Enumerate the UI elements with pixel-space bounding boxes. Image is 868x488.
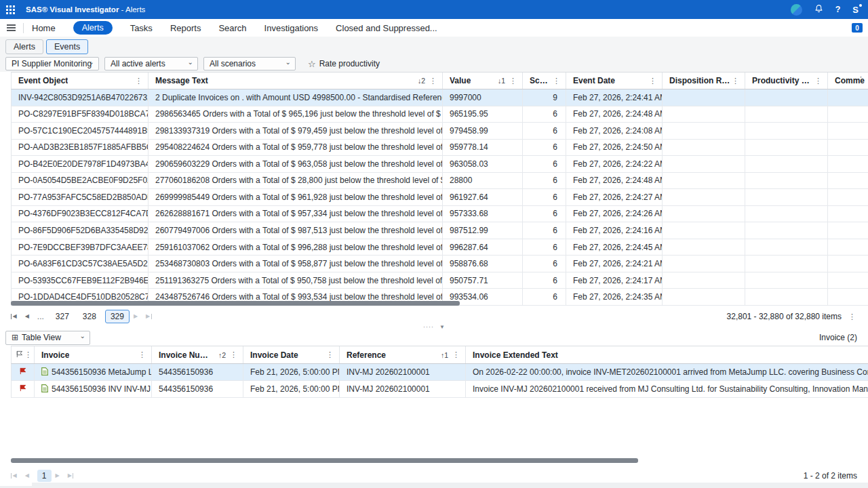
flagged-cell[interactable] — [12, 381, 35, 397]
chevron-down-icon: ⌄ — [285, 58, 291, 66]
column-menu-icon[interactable]: ⋮ — [451, 350, 461, 359]
divider — [23, 23, 24, 33]
column-header-invoice-date[interactable]: Invoice Date⋮ — [243, 346, 340, 363]
event-row[interactable]: PO-4376DF9023B3ECC812F4CA7D5326262888167… — [11, 206, 868, 223]
column-header-score[interactable]: Score⋮ — [523, 73, 566, 89]
event-row[interactable]: INV-942C8053D9251A6B470226732D2 Duplicat… — [11, 89, 868, 106]
nav-item-home[interactable]: Home — [32, 23, 56, 33]
column-menu-icon[interactable]: ⋮ — [325, 350, 335, 359]
column-menu-icon[interactable]: ⋮ — [428, 77, 438, 85]
column-menu-icon[interactable]: ⋮ — [551, 77, 561, 85]
table-cell: Feb 27, 2026, 2:24:08 AM — [566, 123, 663, 139]
event-row[interactable]: PO-6A83F61CD3C57C38AE5A5D2B4F25346873080… — [11, 256, 868, 272]
alert-filter-select[interactable]: All active alerts⌄ — [104, 57, 198, 70]
nav-item-alerts[interactable]: Alerts — [73, 21, 113, 35]
page-button-328[interactable]: 328 — [78, 310, 101, 323]
horizontal-scrollbar[interactable] — [11, 458, 638, 463]
panel-splitter[interactable]: ···· ▼ — [0, 324, 868, 329]
event-row[interactable]: PO-57C1C190EC2045757444891B9A29813393731… — [11, 123, 868, 140]
event-row[interactable]: PO-B42E0E20DE7978F1D4973BA42D29065960322… — [11, 156, 868, 173]
previous-page-button[interactable]: ◀ — [25, 473, 29, 479]
horizontal-scrollbar[interactable] — [11, 301, 460, 306]
current-page-button[interactable]: 329 — [105, 310, 130, 323]
event-row[interactable]: PO-53935CC67FEB9E112F2B946E6225119136327… — [11, 272, 868, 289]
table-cell: 6 — [523, 256, 566, 272]
scenario-filter-select[interactable]: All scenarios⌄ — [203, 57, 296, 70]
previous-page-button[interactable]: ◀ — [25, 314, 29, 319]
nav-item-closed-and-suppressed[interactable]: Closed and Suppressed... — [336, 23, 437, 33]
assistant-icon[interactable] — [791, 4, 802, 16]
nav-item-reports[interactable]: Reports — [170, 23, 201, 33]
column-header-disposition-reason[interactable]: Disposition Reason⋮ — [663, 73, 745, 89]
rate-productivity-button[interactable]: ☆Rate productivity — [308, 59, 380, 69]
column-header-flag[interactable]: ⋮ — [12, 346, 35, 363]
supplier-filter-select[interactable]: PI Supplier Monitoring⌄ — [5, 57, 99, 70]
notification-count-badge[interactable]: 0 — [852, 23, 863, 33]
column-header-invoice-extended-text[interactable]: Invoice Extended Text — [466, 346, 868, 363]
document-icon — [41, 367, 52, 378]
scenario-filter-value: All scenarios — [210, 59, 256, 68]
invoice-link-cell[interactable]: 544356150936 MetaJump LL... — [35, 364, 152, 380]
last-page-button[interactable]: ▶ — [68, 473, 74, 479]
first-page-button[interactable]: ◀ — [11, 473, 17, 479]
column-header-event-date[interactable]: Event Date⋮ — [566, 73, 663, 89]
page-ellipsis: ... — [37, 312, 44, 321]
table-cell: PO-53935CC67FEB9E112F2B946E62 — [12, 272, 149, 289]
tab-alerts[interactable]: Alerts — [5, 39, 43, 54]
column-menu-icon[interactable]: ⋮ — [229, 350, 239, 359]
table-cell: 251191363275 Orders with a Total of $ 95… — [149, 272, 443, 289]
column-header-productivity-rating[interactable]: Productivity Rating⋮ — [745, 73, 828, 89]
column-header-invoice-number[interactable]: Invoice Number↑2⋮ — [152, 346, 243, 363]
flagged-cell[interactable] — [12, 364, 35, 380]
current-page-button[interactable]: 1 — [37, 470, 52, 482]
column-header-invoice[interactable]: Invoice⋮ — [35, 346, 152, 363]
menu-icon[interactable] — [7, 24, 16, 31]
next-page-button[interactable]: ▶ — [134, 314, 138, 319]
column-header-value[interactable]: Value↓1⋮ — [443, 73, 523, 89]
column-header-reference[interactable]: Reference↑1⋮ — [340, 346, 466, 363]
column-menu-icon[interactable]: ⋮ — [134, 77, 144, 85]
tab-events[interactable]: Events — [46, 39, 88, 54]
invoice-row[interactable]: 544356150936 MetaJump LL...544356150936F… — [11, 364, 868, 381]
table-cell — [663, 239, 745, 256]
next-page-button[interactable]: ▶ — [56, 473, 60, 479]
page-button-327[interactable]: 327 — [51, 310, 74, 323]
chevron-down-icon: ⌄ — [80, 332, 85, 340]
invoice-row[interactable]: 544356150936 INV INV-MJ 2...544356150936… — [11, 381, 868, 398]
first-page-button[interactable]: ◀ — [11, 314, 17, 319]
notifications-bell-icon[interactable] — [814, 3, 823, 16]
table-view-select[interactable]: ⊞ Table View ⌄ — [5, 331, 90, 345]
nav-item-investigations[interactable]: Investigations — [264, 23, 319, 33]
table-cell: Feb 27, 2026, 2:24:27 AM — [566, 189, 663, 205]
event-row[interactable]: PO-77A953FAFC5C58ED2B850ADE3526999998544… — [11, 189, 868, 206]
column-menu-icon[interactable]: ⋮ — [813, 77, 823, 85]
pagination-menu-icon[interactable]: ⋮ — [847, 312, 857, 321]
column-menu-icon[interactable]: ⋮ — [508, 77, 518, 85]
cell-text: 6 — [553, 209, 557, 218]
column-menu-icon[interactable]: ⋮ — [856, 75, 866, 84]
column-menu-icon[interactable]: ⋮ — [648, 77, 658, 85]
nav-item-search[interactable]: Search — [218, 23, 246, 33]
table-cell — [745, 256, 828, 272]
app-launcher-icon[interactable] — [0, 0, 20, 19]
invoice-link-cell[interactable]: 544356150936 INV INV-MJ 2... — [35, 381, 152, 397]
table-cell: 6 — [523, 272, 566, 289]
event-row[interactable]: PO-C8297E91BF5F8394D018BCA7552986563465 … — [11, 106, 868, 123]
column-header-event-object[interactable]: Event Object⋮ — [12, 73, 149, 89]
cell-text: 544356150936 — [159, 384, 213, 394]
sort-indicator-icon: ↑1 — [437, 351, 448, 359]
user-avatar[interactable]: S — [852, 5, 861, 15]
event-row[interactable]: PO-AAD3B23EB1857F1885AFBB5C8229540822462… — [11, 140, 868, 157]
column-header-message-text[interactable]: Message Text↓2⋮ — [149, 73, 443, 89]
help-icon[interactable]: ? — [835, 5, 841, 14]
event-row[interactable]: PO-7E9DCCBEF39B7DFC3AAEE785FB25916103706… — [11, 239, 868, 256]
nav-item-tasks[interactable]: Tasks — [130, 23, 153, 33]
last-page-button[interactable]: ▶ — [146, 314, 152, 319]
event-row[interactable]: PO-0A5054D5BE2ACBE0F9D25F02DB27706018620… — [11, 173, 868, 190]
splitter-handle-icon[interactable]: ···· — [423, 326, 434, 328]
event-row[interactable]: PO-86F5D906F52D6BA335458D922126077949700… — [11, 222, 868, 239]
column-menu-icon[interactable]: ⋮ — [730, 77, 741, 85]
column-menu-icon[interactable]: ⋮ — [23, 350, 33, 359]
page-title: SAS® Visual Investigator - Alerts — [26, 5, 145, 14]
column-menu-icon[interactable]: ⋮ — [137, 350, 147, 359]
